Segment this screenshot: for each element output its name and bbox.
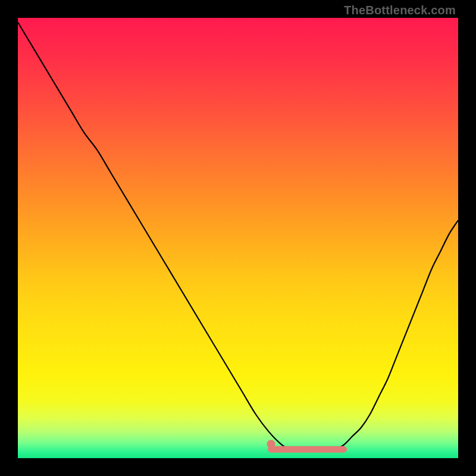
watermark-text: TheBottleneck.com <box>344 4 456 17</box>
curve-path <box>18 22 458 449</box>
bottleneck-curve <box>18 18 458 458</box>
highlight-dot <box>267 440 275 448</box>
chart-frame <box>18 18 458 458</box>
